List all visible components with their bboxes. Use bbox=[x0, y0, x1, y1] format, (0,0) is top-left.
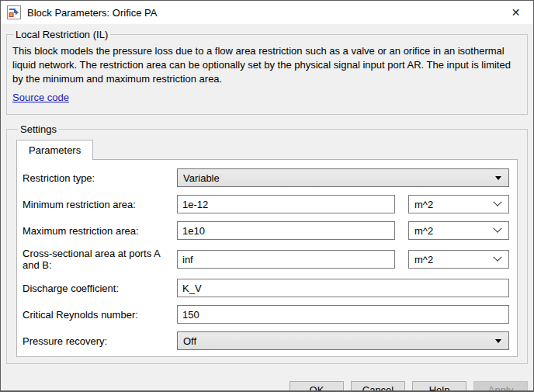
titlebar: Block Parameters: Orifice PA ✕ bbox=[1, 1, 533, 24]
max-area-input[interactable] bbox=[177, 221, 395, 240]
chevron-down-icon bbox=[493, 198, 501, 206]
critical-reynolds-input[interactable] bbox=[177, 305, 509, 324]
window-title: Block Parameters: Orifice PA bbox=[27, 7, 498, 19]
block-parameters-dialog: Block Parameters: Orifice PA ✕ Local Res… bbox=[0, 0, 534, 392]
row-max-area: Maximum restriction area: m^2 bbox=[23, 221, 509, 240]
cross-area-label: Cross-sectional area at ports A and B: bbox=[23, 248, 177, 271]
ok-button[interactable]: OK bbox=[290, 381, 344, 392]
settings-legend: Settings bbox=[18, 123, 59, 135]
restriction-type-value: Variable bbox=[183, 172, 495, 184]
row-discharge-coeff: Discharge coefficient: bbox=[23, 279, 509, 297]
max-area-unit-dropdown[interactable]: m^2 bbox=[408, 221, 509, 240]
row-restriction-type: Restriction type: Variable bbox=[23, 168, 509, 187]
row-min-area: Minimum restriction area: m^2 bbox=[23, 195, 509, 213]
discharge-coeff-input[interactable] bbox=[177, 279, 509, 297]
caret-down-icon bbox=[495, 339, 501, 343]
caret-down-icon bbox=[495, 176, 501, 180]
dialog-button-row: OK Cancel Help Apply bbox=[1, 381, 533, 392]
close-icon[interactable]: ✕ bbox=[498, 1, 533, 24]
chevron-down-icon bbox=[493, 253, 501, 262]
cross-area-input[interactable] bbox=[177, 250, 395, 269]
help-button[interactable]: Help bbox=[412, 381, 466, 392]
pressure-recovery-value: Off bbox=[183, 335, 495, 347]
cross-area-unit-dropdown[interactable]: m^2 bbox=[408, 250, 509, 269]
min-area-input[interactable] bbox=[177, 195, 395, 213]
chevron-down-icon bbox=[493, 224, 501, 233]
pressure-recovery-dropdown[interactable]: Off bbox=[177, 331, 509, 350]
parameters-panel: Restriction type: Variable Minimum restr… bbox=[16, 159, 518, 357]
cancel-button[interactable]: Cancel bbox=[351, 381, 405, 392]
restriction-type-dropdown[interactable]: Variable bbox=[177, 168, 509, 187]
source-code-link[interactable]: Source code bbox=[12, 92, 69, 103]
row-cross-area: Cross-sectional area at ports A and B: m… bbox=[23, 248, 509, 271]
cross-area-unit-value: m^2 bbox=[414, 254, 494, 265]
apply-button[interactable]: Apply bbox=[473, 381, 528, 392]
tab-parameters[interactable]: Parameters bbox=[16, 140, 93, 160]
local-restriction-group: Local Restriction (IL) This block models… bbox=[6, 29, 528, 115]
restriction-type-label: Restriction type: bbox=[23, 172, 177, 184]
settings-group: Settings Parameters Restriction type: Va… bbox=[6, 123, 528, 364]
row-pressure-recovery: Pressure recovery: Off bbox=[23, 331, 509, 350]
max-area-label: Maximum restriction area: bbox=[23, 225, 177, 237]
block-description: This block models the pressure loss due … bbox=[12, 44, 521, 86]
pressure-recovery-label: Pressure recovery: bbox=[23, 335, 177, 347]
local-restriction-legend: Local Restriction (IL) bbox=[13, 29, 110, 40]
min-area-unit-value: m^2 bbox=[414, 199, 494, 210]
discharge-coeff-label: Discharge coefficient: bbox=[23, 283, 177, 294]
row-critical-reynolds: Critical Reynolds number: bbox=[23, 305, 509, 324]
simulink-block-icon bbox=[7, 5, 21, 19]
min-area-label: Minimum restriction area: bbox=[23, 199, 177, 210]
max-area-unit-value: m^2 bbox=[414, 225, 494, 237]
min-area-unit-dropdown[interactable]: m^2 bbox=[408, 195, 509, 213]
critical-reynolds-label: Critical Reynolds number: bbox=[23, 309, 177, 321]
